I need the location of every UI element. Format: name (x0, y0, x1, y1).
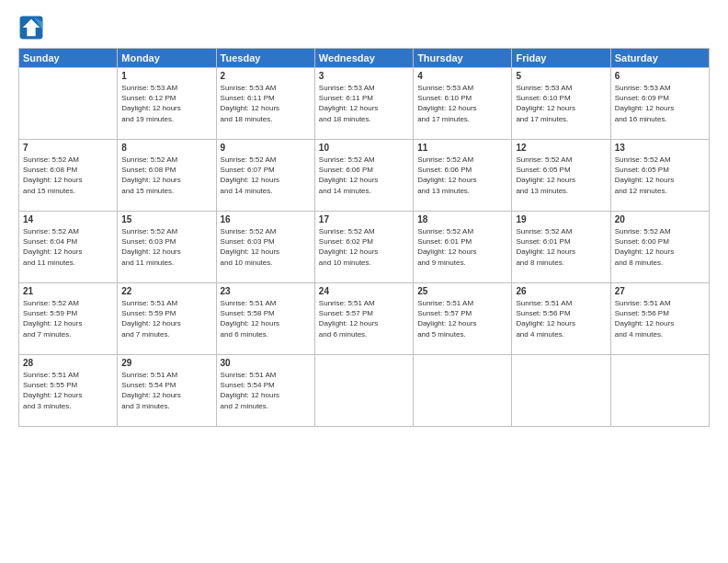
day-number: 8 (121, 143, 211, 153)
day-info: Sunrise: 5:52 AM Sunset: 5:59 PM Dayligh… (23, 298, 113, 339)
day-info: Sunrise: 5:52 AM Sunset: 6:08 PM Dayligh… (23, 155, 113, 196)
day-info: Sunrise: 5:52 AM Sunset: 6:03 PM Dayligh… (221, 226, 311, 268)
day-number: 22 (121, 286, 211, 296)
calendar-cell: 25Sunrise: 5:51 AM Sunset: 5:57 PM Dayli… (414, 283, 512, 355)
day-header-friday: Friday (512, 49, 610, 68)
day-number: 1 (121, 71, 211, 81)
day-number: 12 (516, 143, 606, 153)
day-info: Sunrise: 5:52 AM Sunset: 6:07 PM Dayligh… (221, 155, 311, 196)
header (18, 15, 710, 40)
day-info: Sunrise: 5:52 AM Sunset: 6:01 PM Dayligh… (516, 226, 606, 268)
week-row-5: 28Sunrise: 5:51 AM Sunset: 5:55 PM Dayli… (19, 355, 710, 427)
calendar-cell: 13Sunrise: 5:52 AM Sunset: 6:05 PM Dayli… (610, 140, 709, 212)
day-info: Sunrise: 5:52 AM Sunset: 6:04 PM Dayligh… (23, 226, 113, 268)
day-info: Sunrise: 5:51 AM Sunset: 5:54 PM Dayligh… (221, 370, 311, 411)
day-number: 20 (615, 214, 705, 224)
day-header-tuesday: Tuesday (216, 49, 314, 68)
day-number: 10 (319, 143, 409, 153)
calendar-cell: 30Sunrise: 5:51 AM Sunset: 5:54 PM Dayli… (216, 355, 314, 427)
calendar-cell: 1Sunrise: 5:53 AM Sunset: 6:12 PM Daylig… (118, 68, 216, 140)
day-number: 21 (23, 286, 113, 296)
calendar-cell: 24Sunrise: 5:51 AM Sunset: 5:57 PM Dayli… (314, 283, 413, 355)
day-number: 7 (23, 143, 113, 153)
calendar-cell: 16Sunrise: 5:52 AM Sunset: 6:03 PM Dayli… (216, 212, 314, 283)
calendar-cell (512, 355, 610, 427)
calendar-cell (414, 355, 512, 427)
week-row-2: 7Sunrise: 5:52 AM Sunset: 6:08 PM Daylig… (19, 140, 710, 212)
calendar-cell (19, 68, 118, 140)
day-info: Sunrise: 5:52 AM Sunset: 6:00 PM Dayligh… (615, 226, 705, 268)
calendar-cell: 8Sunrise: 5:52 AM Sunset: 6:08 PM Daylig… (118, 140, 216, 212)
calendar-cell: 29Sunrise: 5:51 AM Sunset: 5:54 PM Dayli… (118, 355, 216, 427)
calendar-cell: 26Sunrise: 5:51 AM Sunset: 5:56 PM Dayli… (512, 283, 610, 355)
calendar-cell: 18Sunrise: 5:52 AM Sunset: 6:01 PM Dayli… (414, 212, 512, 283)
day-header-saturday: Saturday (610, 49, 709, 68)
calendar-cell (314, 355, 413, 427)
day-number: 2 (221, 71, 311, 81)
header-row: SundayMondayTuesdayWednesdayThursdayFrid… (19, 49, 710, 68)
calendar-cell: 23Sunrise: 5:51 AM Sunset: 5:58 PM Dayli… (216, 283, 314, 355)
calendar-cell: 11Sunrise: 5:52 AM Sunset: 6:06 PM Dayli… (414, 140, 512, 212)
day-number: 4 (417, 71, 507, 81)
calendar-cell: 27Sunrise: 5:51 AM Sunset: 5:56 PM Dayli… (610, 283, 709, 355)
calendar-cell: 5Sunrise: 5:53 AM Sunset: 6:10 PM Daylig… (512, 68, 610, 140)
day-number: 29 (121, 358, 211, 368)
day-info: Sunrise: 5:51 AM Sunset: 5:55 PM Dayligh… (23, 370, 113, 411)
logo (18, 15, 48, 40)
day-number: 28 (23, 358, 113, 368)
calendar-cell: 19Sunrise: 5:52 AM Sunset: 6:01 PM Dayli… (512, 212, 610, 283)
week-row-1: 1Sunrise: 5:53 AM Sunset: 6:12 PM Daylig… (19, 68, 710, 140)
calendar-cell: 28Sunrise: 5:51 AM Sunset: 5:55 PM Dayli… (19, 355, 118, 427)
week-row-4: 21Sunrise: 5:52 AM Sunset: 5:59 PM Dayli… (19, 283, 710, 355)
calendar-cell: 21Sunrise: 5:52 AM Sunset: 5:59 PM Dayli… (19, 283, 118, 355)
calendar-cell: 10Sunrise: 5:52 AM Sunset: 6:06 PM Dayli… (314, 140, 413, 212)
day-number: 16 (221, 214, 311, 224)
day-info: Sunrise: 5:52 AM Sunset: 6:05 PM Dayligh… (615, 155, 705, 196)
day-number: 9 (221, 143, 311, 153)
day-info: Sunrise: 5:53 AM Sunset: 6:11 PM Dayligh… (319, 83, 409, 124)
calendar-cell: 17Sunrise: 5:52 AM Sunset: 6:02 PM Dayli… (314, 212, 413, 283)
day-info: Sunrise: 5:51 AM Sunset: 5:56 PM Dayligh… (615, 298, 705, 339)
day-header-wednesday: Wednesday (314, 49, 413, 68)
day-info: Sunrise: 5:51 AM Sunset: 5:57 PM Dayligh… (417, 298, 507, 339)
day-info: Sunrise: 5:51 AM Sunset: 5:57 PM Dayligh… (319, 298, 409, 339)
day-info: Sunrise: 5:53 AM Sunset: 6:10 PM Dayligh… (417, 83, 507, 124)
day-info: Sunrise: 5:53 AM Sunset: 6:09 PM Dayligh… (615, 83, 705, 124)
day-info: Sunrise: 5:52 AM Sunset: 6:03 PM Dayligh… (121, 226, 211, 268)
calendar-cell: 12Sunrise: 5:52 AM Sunset: 6:05 PM Dayli… (512, 140, 610, 212)
day-info: Sunrise: 5:51 AM Sunset: 5:59 PM Dayligh… (121, 298, 211, 339)
day-info: Sunrise: 5:52 AM Sunset: 6:06 PM Dayligh… (319, 155, 409, 196)
day-number: 18 (417, 214, 507, 224)
calendar-cell: 7Sunrise: 5:52 AM Sunset: 6:08 PM Daylig… (19, 140, 118, 212)
logo-icon (18, 15, 44, 40)
day-number: 27 (615, 286, 705, 296)
calendar-cell: 2Sunrise: 5:53 AM Sunset: 6:11 PM Daylig… (216, 68, 314, 140)
calendar-table: SundayMondayTuesdayWednesdayThursdayFrid… (18, 48, 710, 427)
day-number: 24 (319, 286, 409, 296)
day-info: Sunrise: 5:52 AM Sunset: 6:01 PM Dayligh… (417, 226, 507, 268)
day-number: 30 (221, 358, 311, 368)
week-row-3: 14Sunrise: 5:52 AM Sunset: 6:04 PM Dayli… (19, 212, 710, 283)
calendar-cell: 14Sunrise: 5:52 AM Sunset: 6:04 PM Dayli… (19, 212, 118, 283)
day-header-sunday: Sunday (19, 49, 118, 68)
day-info: Sunrise: 5:53 AM Sunset: 6:10 PM Dayligh… (516, 83, 606, 124)
day-header-thursday: Thursday (414, 49, 512, 68)
day-number: 11 (417, 143, 507, 153)
day-number: 5 (516, 71, 606, 81)
day-number: 14 (23, 214, 113, 224)
page: SundayMondayTuesdayWednesdayThursdayFrid… (0, 0, 728, 563)
calendar-cell: 9Sunrise: 5:52 AM Sunset: 6:07 PM Daylig… (216, 140, 314, 212)
calendar-cell: 22Sunrise: 5:51 AM Sunset: 5:59 PM Dayli… (118, 283, 216, 355)
calendar-cell: 6Sunrise: 5:53 AM Sunset: 6:09 PM Daylig… (610, 68, 709, 140)
day-info: Sunrise: 5:53 AM Sunset: 6:12 PM Dayligh… (121, 83, 211, 124)
day-number: 13 (615, 143, 705, 153)
day-info: Sunrise: 5:53 AM Sunset: 6:11 PM Dayligh… (221, 83, 311, 124)
day-number: 3 (319, 71, 409, 81)
day-number: 26 (516, 286, 606, 296)
day-info: Sunrise: 5:52 AM Sunset: 6:05 PM Dayligh… (516, 155, 606, 196)
day-number: 6 (615, 71, 705, 81)
calendar-cell: 15Sunrise: 5:52 AM Sunset: 6:03 PM Dayli… (118, 212, 216, 283)
calendar-cell: 4Sunrise: 5:53 AM Sunset: 6:10 PM Daylig… (414, 68, 512, 140)
calendar-cell (610, 355, 709, 427)
day-info: Sunrise: 5:51 AM Sunset: 5:58 PM Dayligh… (221, 298, 311, 339)
